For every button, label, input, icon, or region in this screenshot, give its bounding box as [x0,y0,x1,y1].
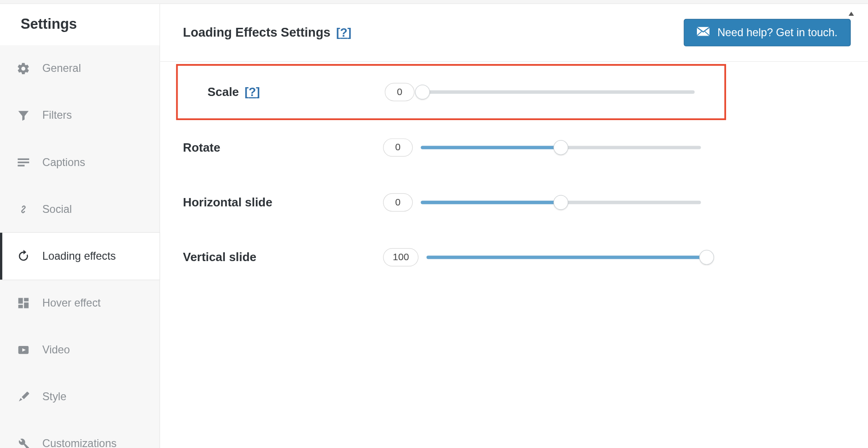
rotate-slider[interactable]: 0 [383,138,845,156]
sidebar-item-label: Captions [42,156,85,169]
sidebar-item-style[interactable]: Style [0,373,160,420]
svg-rect-1 [18,161,29,163]
vslide-slider[interactable]: 100 [383,248,845,266]
highlight-box: Scale ? 0 [176,64,726,120]
play-icon [16,343,31,358]
vslide-track[interactable] [427,256,707,259]
svg-rect-0 [18,159,29,160]
rotate-fill [421,146,561,149]
svg-rect-2 [18,165,25,166]
setting-row-horizontal-slide: Horizontal slide 0 [160,175,868,230]
hslide-slider[interactable]: 0 [383,193,845,211]
wrench-icon [16,436,31,448]
setting-label-rotate: Rotate [183,141,383,154]
setting-row-scale-wrapper: Scale ? 0 [183,64,845,120]
setting-label-scale: Scale ? [208,85,385,99]
refresh-icon [16,249,31,263]
hslide-fill [421,201,561,204]
window-top-stripe [0,0,868,4]
settings-list: Scale ? 0 [160,62,868,285]
sidebar-item-general[interactable]: General [0,45,160,92]
scale-track[interactable] [422,90,695,94]
sidebar: Settings General Filters [0,4,160,448]
gear-icon [16,61,31,76]
rotate-track[interactable] [421,146,701,149]
sidebar-item-video[interactable]: Video [0,326,160,373]
setting-row-scale: Scale ? 0 [208,83,695,101]
sidebar-item-filters[interactable]: Filters [0,92,160,139]
main-panel: Loading Effects Settings ? Need help? Ge… [160,4,868,448]
link-icon [16,202,31,217]
rotate-value[interactable]: 0 [383,138,413,156]
sidebar-item-label: Style [42,390,66,403]
need-help-button[interactable]: Need help? Get in touch. [683,19,850,46]
hslide-thumb[interactable] [554,195,568,210]
scale-help-link[interactable]: ? [245,85,260,99]
scale-value[interactable]: 0 [385,83,415,101]
setting-row-vertical-slide: Vertical slide 100 [160,230,868,285]
setting-row-rotate: Rotate 0 [160,120,868,175]
hslide-value[interactable]: 0 [383,193,413,211]
sidebar-item-label: Loading effects [42,250,115,262]
sidebar-item-customizations[interactable]: Customizations [0,420,160,448]
sidebar-item-label: Hover effect [42,297,101,309]
title-help-link[interactable]: ? [336,26,351,39]
rotate-thumb[interactable] [554,140,568,155]
svg-rect-3 [18,298,23,303]
envelope-icon [697,26,709,39]
need-help-label: Need help? Get in touch. [717,26,837,39]
setting-label-hslide: Horizontal slide [183,196,383,210]
main-header: Loading Effects Settings ? Need help? Ge… [160,4,868,62]
dashboard-icon [16,295,31,310]
sidebar-item-label: General [42,62,81,75]
vslide-fill [427,256,707,259]
sidebar-nav: General Filters Captions [0,45,160,448]
sidebar-item-loading-effects[interactable]: Loading effects [0,233,160,280]
sidebar-item-hover-effect[interactable]: Hover effect [0,280,160,326]
filter-icon [16,108,31,123]
sidebar-title: Settings [0,4,160,45]
hslide-label-text: Horizontal slide [183,196,273,210]
sidebar-item-label: Social [42,203,72,216]
sidebar-item-social[interactable]: Social [0,186,160,233]
page-title-text: Loading Effects Settings [183,25,331,40]
setting-label-vslide: Vertical slide [183,250,383,264]
rotate-label-text: Rotate [183,141,221,154]
captions-icon [16,155,31,170]
sidebar-item-label: Customizations [42,437,116,448]
sidebar-item-label: Filters [42,109,72,122]
sidebar-item-captions[interactable]: Captions [0,139,160,186]
svg-rect-4 [24,298,29,301]
vslide-thumb[interactable] [699,250,714,265]
sidebar-item-label: Video [42,344,70,356]
vslide-value[interactable]: 100 [383,248,419,266]
scale-slider[interactable]: 0 [385,83,695,101]
svg-rect-5 [24,302,29,308]
collapse-toggle[interactable] [847,10,855,20]
scale-thumb[interactable] [415,84,430,99]
vslide-label-text: Vertical slide [183,250,256,264]
page-title: Loading Effects Settings ? [183,25,351,40]
hslide-track[interactable] [421,201,701,204]
scale-label-text: Scale [208,85,239,99]
brush-icon [16,390,31,404]
svg-rect-6 [18,305,23,308]
